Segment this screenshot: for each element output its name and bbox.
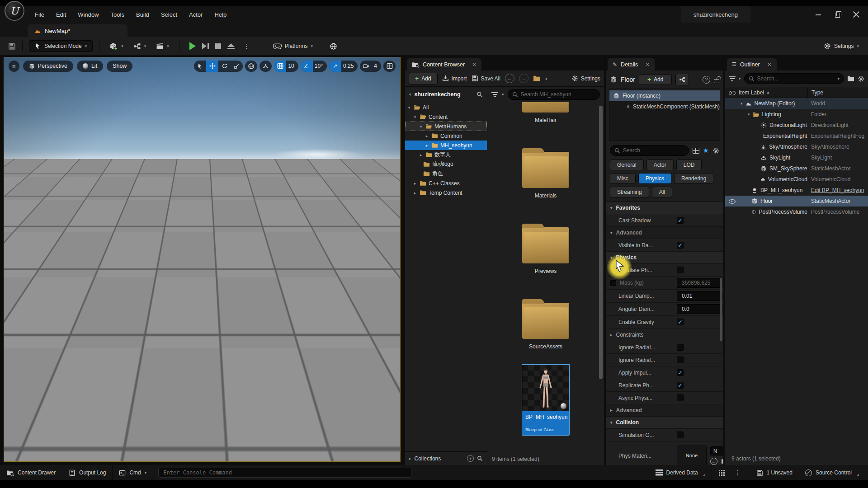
async-physics-checkbox[interactable]: [677, 394, 684, 401]
add-collection-icon[interactable]: +: [467, 455, 474, 462]
subsection-advanced-physics[interactable]: ▸Advanced: [606, 404, 723, 417]
simulation-generates-checkbox[interactable]: [677, 432, 684, 438]
content-browser-tab[interactable]: Content Browser ✕: [407, 58, 481, 70]
breadcrumb-chevron-icon[interactable]: ›: [545, 75, 547, 82]
edit-blueprint-link[interactable]: Edit BP_MH_seohyun: [811, 187, 864, 193]
close-button[interactable]: [853, 11, 860, 18]
unlock-icon[interactable]: [714, 79, 719, 83]
cinematics-dropdown[interactable]: ▾: [152, 40, 173, 52]
apply-impulse-checkbox[interactable]: ✓: [677, 369, 684, 376]
tab-rendering[interactable]: Rendering: [674, 173, 713, 184]
menu-edit[interactable]: Edit: [51, 9, 71, 20]
type-column-header[interactable]: Type: [807, 87, 868, 98]
messages-grid-icon[interactable]: [718, 469, 725, 476]
eject-button[interactable]: [227, 43, 235, 49]
source-control-button[interactable]: Source Control: [799, 465, 868, 480]
property-constraints[interactable]: ▸Constraints: [606, 328, 723, 341]
add-component-button[interactable]: +Add: [639, 74, 672, 85]
display-options-icon[interactable]: [693, 148, 699, 154]
stop-button[interactable]: [215, 43, 221, 49]
level-viewport[interactable]: ≡ Perspective Lit Show: [4, 57, 401, 462]
visible-in-ray-checkbox[interactable]: ✓: [677, 242, 684, 249]
section-favorites[interactable]: ▾Favorites: [606, 202, 723, 214]
selection-mode-dropdown[interactable]: Selection Mode ▾: [29, 40, 93, 52]
minimize-button[interactable]: [815, 11, 822, 18]
close-icon[interactable]: ✕: [645, 61, 650, 68]
outliner-row-skyatmosphere[interactable]: SkyAtmosphere SkyAtmosphere: [725, 141, 868, 152]
add-actor-dropdown[interactable]: ▾: [106, 40, 127, 53]
tab-misc[interactable]: Misc: [610, 173, 636, 184]
phys-material-dropdown[interactable]: N▾: [710, 446, 723, 455]
linear-damping-field[interactable]: 0.01: [677, 291, 723, 301]
maximize-button[interactable]: [834, 11, 841, 18]
play-button[interactable]: [189, 42, 196, 50]
expander-icon[interactable]: ▾: [409, 92, 411, 97]
viewport-menu-button[interactable]: ≡: [9, 61, 19, 72]
tree-item-cpp-classes[interactable]: ▸C++ Classes: [405, 178, 487, 188]
skip-frame-button[interactable]: [202, 43, 209, 49]
help-icon[interactable]: ?: [703, 76, 710, 84]
item-label-column-header[interactable]: Item Label▲: [739, 89, 807, 96]
rotate-tool[interactable]: [218, 61, 231, 72]
chevron-down-icon[interactable]: ▾: [739, 76, 741, 81]
subsection-advanced[interactable]: ▾Advanced: [606, 227, 723, 239]
outliner-search-box[interactable]: ▾: [744, 73, 844, 84]
close-icon[interactable]: ✕: [767, 61, 772, 68]
tab-actor[interactable]: Actor: [646, 160, 674, 170]
replicate-physics-checkbox[interactable]: ✓: [677, 382, 684, 389]
outliner-row-newmap[interactable]: ▾NewMap (Editor) World: [725, 98, 868, 109]
ignore-radial-force-checkbox[interactable]: [677, 344, 684, 351]
show-button[interactable]: Show: [107, 61, 132, 72]
tab-all[interactable]: All: [652, 187, 672, 197]
chevron-down-icon[interactable]: ▾: [502, 92, 504, 97]
outliner-row-exponentialheightfog[interactable]: ExponentialHeightFog ExponentialHeightFo…: [725, 131, 868, 141]
component-staticmesh[interactable]: StaticMeshComponent (StaticMesh): [609, 101, 720, 112]
output-log-button[interactable]: Output Log: [62, 465, 113, 480]
asset-search-box[interactable]: [508, 89, 600, 100]
grid-snap-toggle[interactable]: [274, 61, 286, 72]
tab-lod[interactable]: LOD: [676, 160, 702, 170]
asset-folder-materials[interactable]: Materials: [514, 135, 577, 211]
outliner-row-volumetriccloud[interactable]: VolumetricCloud VolumetricCloud: [725, 174, 868, 185]
scale-snap-toggle[interactable]: ↗: [329, 61, 341, 72]
outliner-row-directionallight[interactable]: DirectionalLight DirectionalLight: [725, 120, 868, 131]
search-icon[interactable]: [476, 91, 483, 98]
tree-item-digital-human[interactable]: ▸数字人: [405, 150, 487, 160]
tab-general[interactable]: General: [610, 160, 644, 170]
world-coordinate-toggle[interactable]: [245, 61, 257, 72]
cmd-dropdown[interactable]: Cmd ▾: [113, 465, 153, 480]
gear-icon[interactable]: [858, 75, 864, 82]
scale-snap-value[interactable]: 0.25: [341, 61, 358, 72]
asset-scrollbar[interactable]: [599, 106, 603, 379]
rotation-snap-toggle[interactable]: [301, 61, 313, 72]
tree-item-common[interactable]: ▸Common: [405, 131, 487, 141]
content-drawer-button[interactable]: Content Drawer: [0, 465, 62, 480]
rotation-snap-value[interactable]: 10°: [313, 61, 327, 72]
tree-item-metahumans[interactable]: ▾MetaHumans: [405, 122, 487, 131]
platforms-dropdown[interactable]: Platforms ▾: [269, 41, 316, 52]
outliner-search-input[interactable]: [757, 75, 835, 82]
create-folder-icon[interactable]: [847, 75, 854, 82]
outliner-row-floor[interactable]: Floor StaticMeshActor: [725, 196, 868, 206]
tree-item-content[interactable]: ▾Content: [405, 112, 487, 122]
details-tab[interactable]: ✎ Details ✕: [608, 58, 655, 70]
details-scrollbar[interactable]: [720, 278, 722, 341]
details-search-input[interactable]: [623, 147, 684, 154]
mass-value-field[interactable]: 359898.625: [677, 278, 723, 288]
blueprint-edit-button[interactable]: [675, 74, 689, 85]
tab-physics[interactable]: Physics: [638, 173, 671, 184]
asset-folder-sourceassets[interactable]: SourceAssets: [514, 286, 577, 361]
play-options-icon[interactable]: ⋮: [241, 42, 253, 50]
settings-dropdown[interactable]: Settings ▾: [820, 40, 863, 52]
forward-button[interactable]: →: [519, 74, 528, 83]
mass-override-checkbox[interactable]: [610, 280, 616, 286]
collections-bar[interactable]: ▸ Collections +: [405, 451, 487, 465]
camera-speed-value[interactable]: 4: [372, 61, 381, 72]
use-selected-asset-icon[interactable]: ←: [710, 458, 717, 465]
asset-blueprint-card[interactable]: BP_MH_seohyun Blueprint Class: [514, 364, 577, 436]
visibility-eye-icon[interactable]: [728, 198, 736, 204]
phys-material-asset-box[interactable]: None: [677, 446, 707, 465]
menu-window[interactable]: Window: [73, 9, 104, 20]
enable-gravity-checkbox[interactable]: ✓: [677, 319, 684, 325]
search-icon[interactable]: [477, 455, 483, 461]
